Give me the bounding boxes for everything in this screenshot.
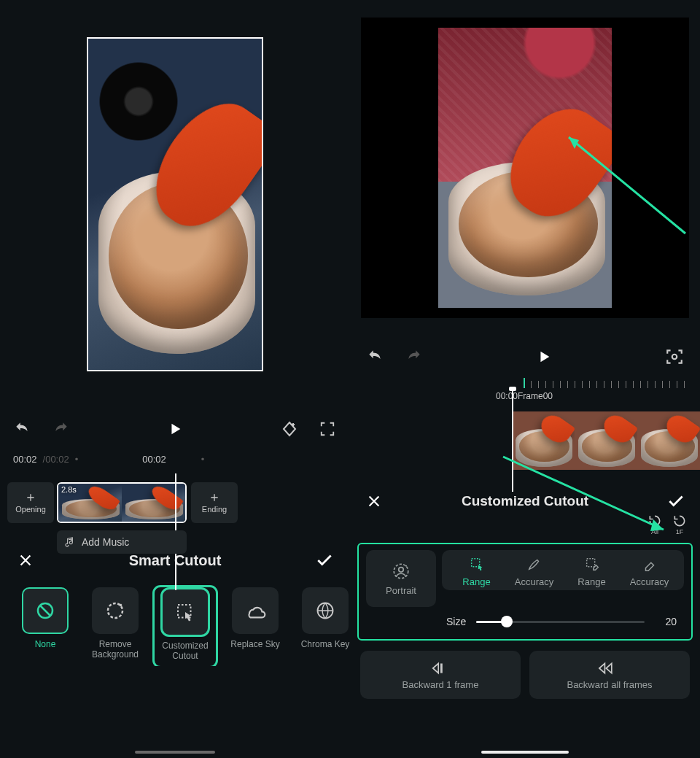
keyframe-button[interactable] — [277, 417, 302, 441]
home-indicator — [481, 751, 569, 754]
backward-1-frame-button[interactable]: Backward 1 frame — [360, 651, 521, 699]
close-button[interactable] — [15, 549, 36, 571]
slider-knob[interactable] — [501, 616, 513, 627]
tab-range-erase[interactable]: Range — [563, 556, 621, 587]
size-label: Size — [446, 616, 466, 627]
tab-range-paint[interactable]: Range — [448, 556, 505, 587]
undo-button[interactable] — [363, 344, 388, 369]
range-eraser-icon — [584, 556, 600, 572]
accuracy-brush-icon — [526, 556, 542, 572]
video-preview[interactable] — [87, 37, 263, 371]
time-marker: 00:02 — [142, 454, 166, 465]
range-brush-icon — [469, 556, 485, 572]
player-controls — [0, 409, 350, 449]
cutout-tools: None RemoveBackground CustomizedCutout R… — [0, 577, 350, 666]
home-indicator — [135, 751, 215, 754]
close-button[interactable] — [363, 490, 385, 512]
play-button[interactable] — [532, 345, 556, 368]
tab-accuracy-erase[interactable]: Accuracy — [621, 556, 678, 587]
time-current: 00:02 — [13, 454, 37, 465]
tool-none[interactable]: None — [15, 587, 76, 666]
ruler-label: 00:00Frame00 — [496, 391, 553, 401]
reset-1frame-button[interactable]: 1F — [672, 514, 687, 535]
tool-chroma-key[interactable]: Chroma Key — [295, 587, 350, 666]
timeline-clip[interactable]: 2.8s — [57, 482, 187, 523]
play-button[interactable] — [163, 417, 187, 441]
reset-icon — [672, 514, 687, 528]
redo-button[interactable] — [48, 417, 73, 441]
add-ending-button[interactable]: Ending — [191, 482, 238, 523]
video-preview[interactable] — [438, 28, 612, 308]
backall-icon — [598, 660, 621, 676]
customized-cutout-icon — [174, 601, 196, 623]
svg-rect-13 — [440, 663, 443, 673]
ruler-marker — [524, 378, 525, 388]
fullscreen-button[interactable] — [315, 417, 340, 441]
accuracy-eraser-icon — [642, 556, 658, 572]
sky-icon — [244, 599, 267, 622]
size-slider-row: Size 20 — [366, 607, 684, 629]
player-controls — [350, 336, 700, 378]
svg-point-10 — [399, 567, 404, 572]
reset-all-button[interactable]: All — [648, 514, 662, 535]
add-opening-button[interactable]: Opening — [7, 482, 54, 523]
playhead[interactable] — [512, 390, 513, 492]
tool-remove-background[interactable]: RemoveBackground — [85, 587, 146, 666]
tab-accuracy-paint[interactable]: Accuracy — [505, 556, 563, 587]
panel-header: Customized Cutout — [350, 484, 700, 514]
timecode-row: 00:02/00:02 • 00:02 • — [0, 449, 350, 465]
timeline[interactable]: Opening 2.8s Ending Add Music — [0, 473, 350, 546]
reset-buttons: All 1F — [350, 514, 700, 540]
brush-tabs: Range Accuracy Range Accuracy — [442, 550, 684, 590]
video-canvas[interactable] — [361, 18, 689, 318]
focus-button[interactable] — [662, 344, 687, 369]
tool-replace-sky[interactable]: Replace Sky — [225, 587, 286, 666]
timeline-ruler[interactable]: 00:00Frame00 — [363, 378, 687, 392]
back1-icon — [430, 660, 451, 676]
panel-title: Customized Cutout — [462, 493, 588, 509]
reset-icon — [648, 514, 662, 528]
svg-rect-12 — [586, 559, 594, 567]
timeline-thumbnails[interactable] — [350, 411, 700, 484]
smart-cutout-pane: 00:02/00:02 • 00:02 • Opening 2.8s Endin… — [0, 0, 350, 758]
redo-button[interactable] — [401, 344, 426, 369]
remove-bg-icon — [104, 600, 126, 622]
music-icon — [64, 536, 76, 548]
size-value: 20 — [655, 616, 677, 627]
add-music-button[interactable]: Add Music — [57, 530, 187, 554]
svg-point-6 — [672, 355, 677, 360]
cutout-mode-box: Portrait Range Accuracy Range Accuracy — [357, 543, 693, 641]
clip-duration: 2.8s — [61, 485, 77, 494]
tool-customized-cutout[interactable]: CustomizedCutout — [155, 587, 216, 666]
backward-all-frames-button[interactable]: Backward all frames — [529, 651, 690, 699]
chroma-icon — [315, 600, 335, 621]
preview-area — [350, 0, 700, 336]
preview-area[interactable] — [0, 0, 350, 409]
customized-cutout-pane: 00:00Frame00 Customized Cutout All 1F — [350, 0, 700, 758]
undo-button[interactable] — [10, 417, 35, 441]
time-total: /00:02 — [43, 454, 69, 465]
confirm-button[interactable] — [665, 490, 687, 512]
frame-nav-row: Backward 1 frame Backward all frames — [350, 641, 700, 699]
confirm-button[interactable] — [314, 549, 335, 571]
size-slider[interactable] — [476, 614, 645, 629]
portrait-icon — [392, 562, 411, 581]
none-icon — [34, 600, 56, 622]
portrait-button[interactable]: Portrait — [366, 550, 436, 607]
